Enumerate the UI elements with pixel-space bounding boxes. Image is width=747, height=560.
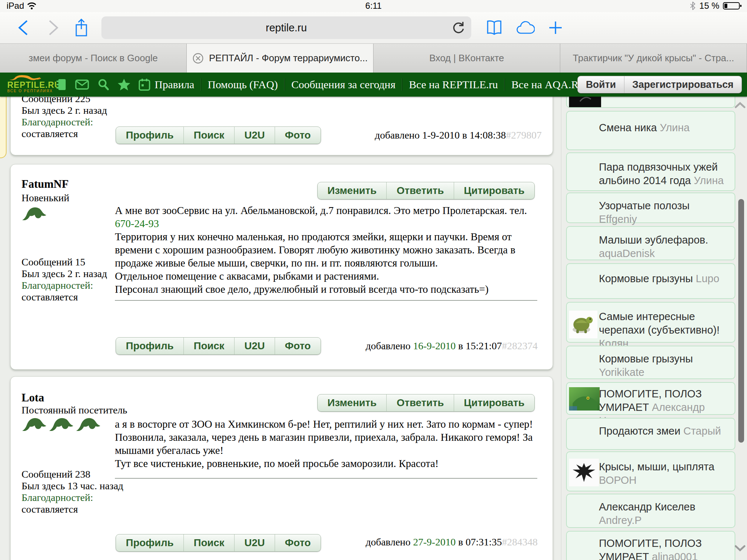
topic-card[interactable]: Александр Киселев Andrey.P (566, 494, 735, 528)
post-author-rank: Новенький (22, 192, 69, 204)
post-date-link[interactable]: 16-9-2010 (413, 340, 456, 351)
u2u-button[interactable]: U2U (234, 127, 275, 144)
post-author-name: Lota (22, 391, 44, 404)
auth-buttons: Войти Зарегистрироваться (577, 76, 742, 93)
topic-author: alina0001 (652, 551, 698, 560)
added-label: добавлено (365, 536, 410, 548)
reptile-logo[interactable]: REPTILE.RU ВСЕ О РЕПТИЛИЯХ (7, 73, 55, 93)
at-label: в (458, 536, 463, 548)
nav-link-all-reptile[interactable]: Все на REPTILE.ru (402, 78, 504, 91)
thanks-link[interactable]: Благодарностей: (22, 280, 107, 291)
thanks-link[interactable]: Благодарностей: (22, 116, 107, 128)
topic-card[interactable]: Самые интересные черепахи (субъективно)!… (566, 302, 735, 343)
post-anchor[interactable]: #279807 (506, 129, 542, 141)
topic-card[interactable]: Кормовые грызуны Lupo (566, 263, 735, 299)
nav-link-rules[interactable]: Правила (148, 78, 201, 91)
post-anchor[interactable]: #282374 (502, 340, 538, 351)
reply-button[interactable]: Ответить (386, 394, 453, 411)
reload-icon[interactable] (452, 21, 465, 35)
profile-button[interactable]: Профиль (116, 338, 183, 354)
forum-page: Сообщений 225 Был здесь 2 г. назад Благо… (0, 72, 747, 560)
u2u-button[interactable]: U2U (234, 338, 275, 354)
tab-title: Вход | ВКонтакте (429, 52, 504, 64)
battery-icon (723, 2, 742, 10)
post-actions: Изменить Ответить Цитировать (317, 182, 535, 199)
topic-card[interactable]: ПОМОГИТЕ, ПОЛОЗ УМИРАЕТ alina0001 (566, 531, 735, 560)
sidebar-scrollbar-thumb[interactable] (738, 199, 744, 443)
topic-title: Александр Киселев (599, 501, 695, 513)
message-count: Сообщений 238 (22, 468, 123, 480)
search-user-button[interactable]: Поиск (183, 127, 234, 144)
post-anchor[interactable]: #284348 (502, 536, 538, 548)
edit-button[interactable]: Изменить (318, 394, 387, 411)
added-label: добавлено (375, 129, 419, 141)
phone-link[interactable]: 670-24-93 (115, 218, 159, 229)
gecko-icon (75, 415, 102, 432)
back-button[interactable] (14, 19, 32, 37)
forum-post: FatumNF Новенький Изменить Ответить Цити… (10, 164, 553, 370)
topic-card[interactable]: Кормовые грызуны Yorikikate (566, 346, 735, 379)
tab-traktirchik[interactable]: Трактирчик "У дикой крысы" - Стра... (560, 44, 747, 73)
snake-photo-avatar (569, 387, 600, 411)
tab-title: РЕПТАЙЛ - Форум террариумисто... (209, 52, 368, 64)
topic-card[interactable]: Малыши эублефаров. aquaDenisk (566, 226, 735, 260)
topic-title: Продаются змеи (599, 425, 680, 437)
topic-title: Крысы, мыши, цыплята (599, 461, 715, 472)
notebook-icon[interactable] (55, 78, 67, 91)
close-tab-icon[interactable] (192, 52, 204, 64)
reply-button[interactable]: Ответить (386, 182, 453, 199)
address-bar[interactable]: reptile.ru (101, 16, 471, 39)
topic-author: ВОРОН (599, 474, 636, 486)
nav-link-faq[interactable]: Помощь (FAQ) (201, 78, 285, 91)
u2u-button[interactable]: U2U (234, 534, 275, 551)
star-icon[interactable] (117, 78, 131, 91)
search-icon[interactable] (97, 78, 109, 91)
navbar-icons (55, 78, 150, 91)
topic-author: Effgeniy (599, 213, 637, 225)
search-user-button[interactable]: Поиск (183, 338, 234, 354)
new-tab-icon[interactable] (546, 19, 565, 37)
at-label: в (462, 129, 467, 141)
icloud-tabs-icon[interactable] (516, 19, 535, 37)
topic-card[interactable]: Крысы, мыши, цыплята ВОРОН (566, 451, 735, 491)
nav-link-today-posts[interactable]: Сообщения за сегодня (285, 78, 402, 91)
thanks-link[interactable]: Благодарностей: (22, 492, 123, 503)
topic-card[interactable]: Пара подвязочных ужей альбино 2014 года … (566, 152, 735, 191)
topic-card[interactable]: Продаются змеи Старый (566, 418, 735, 450)
scroll-down-icon[interactable] (735, 545, 746, 552)
quote-button[interactable]: Цитировать (454, 394, 534, 411)
login-button[interactable]: Войти (578, 76, 624, 93)
topic-title: Самые интересные черепахи (субъективно)! (599, 311, 720, 336)
tab-google-search[interactable]: змеи форум - Поиск в Google (0, 44, 187, 73)
topic-title: Смена ника (599, 122, 657, 133)
added-label: добавлено (365, 340, 410, 351)
photo-button[interactable]: Фото (275, 534, 321, 551)
post-author-name: FatumNF (22, 178, 69, 191)
gecko-icon (21, 415, 48, 432)
scroll-up-icon[interactable] (735, 101, 746, 109)
profile-button[interactable]: Профиль (116, 127, 183, 144)
post-text: А мне вот зооСервис на ул. Абельмановско… (115, 205, 527, 216)
battery-percent: 15 % (699, 1, 719, 11)
post-date-link[interactable]: 27-9-2010 (413, 536, 456, 548)
recent-topics-sidebar: Смена ника Улина Пара подвязочных ужей а… (566, 72, 735, 560)
topic-card[interactable]: Смена ника Улина (566, 111, 735, 150)
topic-card[interactable]: ПОМОГИТЕ, ПОЛОЗ УМИРАЕТ Александр Назимо… (566, 382, 735, 415)
search-user-button[interactable]: Поиск (183, 534, 234, 551)
mail-icon[interactable] (75, 79, 89, 90)
profile-button[interactable]: Профиль (116, 534, 183, 551)
message-count: Сообщений 15 (22, 256, 107, 268)
tab-reptile-forum-active[interactable]: РЕПТАЙЛ - Форум террариумисто... (187, 44, 374, 73)
bookmarks-icon[interactable] (485, 19, 503, 37)
share-icon[interactable] (72, 19, 90, 37)
forward-button[interactable] (44, 19, 63, 37)
photo-button[interactable]: Фото (275, 338, 321, 354)
quote-button[interactable]: Цитировать (454, 182, 534, 199)
topic-card[interactable]: Узорчатые полозы Effgeniy (566, 192, 735, 223)
gecko-logo-icon (7, 73, 42, 81)
post-date-link[interactable]: 1-9-2010 (422, 129, 460, 141)
edit-button[interactable]: Изменить (318, 182, 387, 199)
tab-vkontakte[interactable]: Вход | ВКонтакте (374, 44, 560, 73)
register-button[interactable]: Зарегистрироваться (624, 76, 742, 93)
photo-button[interactable]: Фото (275, 127, 321, 144)
